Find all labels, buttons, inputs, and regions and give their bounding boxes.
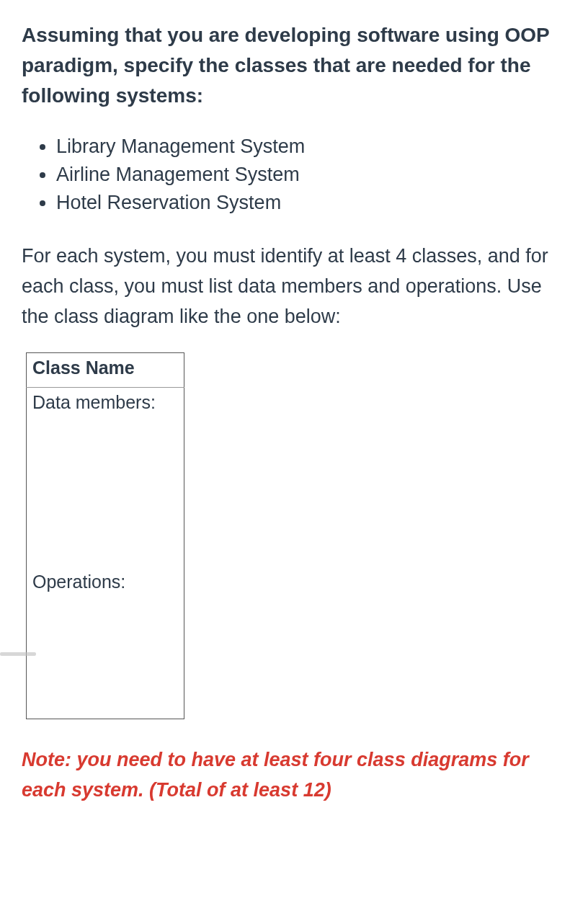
class-diagram-table: Class Name Data members: Operations:	[26, 352, 184, 719]
list-item: Library Management System	[56, 133, 566, 161]
instruction-paragraph: For each system, you must identify at le…	[22, 241, 566, 332]
class-name-cell: Class Name	[27, 352, 184, 387]
decorative-mark	[0, 652, 36, 656]
question-heading: Assuming that you are developing softwar…	[22, 20, 566, 111]
note-text: Note: you need to have at least four cla…	[22, 745, 566, 806]
data-members-cell: Data members:	[27, 387, 184, 567]
class-diagram-example: Class Name Data members: Operations:	[22, 352, 566, 719]
operations-cell: Operations:	[27, 567, 184, 719]
list-item: Hotel Reservation System	[56, 189, 566, 217]
systems-list: Library Management System Airline Manage…	[22, 133, 566, 217]
list-item: Airline Management System	[56, 161, 566, 189]
